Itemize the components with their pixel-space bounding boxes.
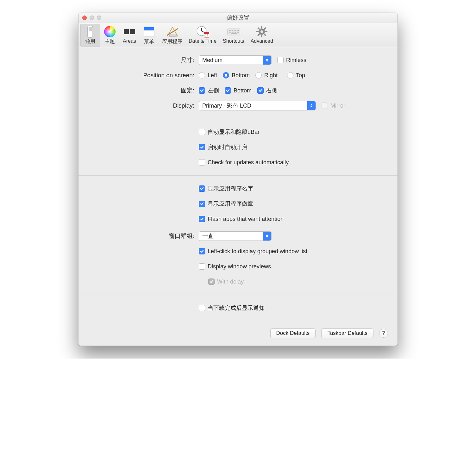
radio-icon xyxy=(255,72,262,78)
preferences-window: 偏好设置 通用 主题 Areas 菜单 xyxy=(78,13,398,346)
svg-rect-27 xyxy=(231,33,237,34)
content: 尺寸: Medium Rimless Position on screen: L… xyxy=(78,47,398,321)
svg-rect-14 xyxy=(230,30,231,31)
chevron-updown-icon xyxy=(307,101,316,110)
checkbox-icon xyxy=(199,87,205,94)
checkbox-icon xyxy=(225,87,231,94)
checkbox-icon xyxy=(322,103,328,109)
checkbox-icon xyxy=(199,129,205,135)
size-value: Medium xyxy=(202,57,222,64)
checkbox-icon xyxy=(199,185,205,192)
updates-checkbox[interactable]: Check for updates automatically xyxy=(199,159,289,166)
svg-rect-6 xyxy=(144,30,154,37)
pin-left-checkbox[interactable]: 左侧 xyxy=(199,87,219,94)
show-names-checkbox[interactable]: 显示应用程序名字 xyxy=(199,185,253,192)
help-button[interactable]: ? xyxy=(379,329,388,338)
toolbar-label: Shortcuts xyxy=(223,38,244,44)
svg-rect-1 xyxy=(89,27,92,31)
separator xyxy=(78,119,398,119)
window-groups-select[interactable]: 一直 xyxy=(199,231,272,241)
gear-icon xyxy=(255,25,268,38)
svg-text:18: 18 xyxy=(205,34,208,37)
toolbar-general[interactable]: 通用 xyxy=(80,24,100,47)
svg-rect-19 xyxy=(238,30,239,31)
launch-checkbox[interactable]: 启动时自动开启 xyxy=(199,143,247,151)
switch-icon xyxy=(84,25,97,38)
svg-rect-13 xyxy=(229,30,230,31)
svg-rect-32 xyxy=(265,31,267,32)
toolbar-advanced[interactable]: Advanced xyxy=(247,24,276,47)
svg-rect-3 xyxy=(124,29,129,34)
window-groups-value: 一直 xyxy=(202,232,214,240)
rimless-checkbox[interactable]: Rimless xyxy=(277,57,306,64)
toolbar: 通用 主题 Areas 菜单 应用程序 xyxy=(78,22,398,47)
checkbox-icon xyxy=(199,159,205,166)
position-right-radio[interactable]: Right xyxy=(255,72,278,79)
position-bottom-radio[interactable]: Bottom xyxy=(223,72,250,79)
checkbox-icon xyxy=(199,305,205,311)
toolbar-label: 通用 xyxy=(85,38,95,45)
svg-rect-5 xyxy=(144,27,154,30)
pin-right-checkbox[interactable]: 右侧 xyxy=(257,87,278,94)
toolbar-label: 主题 xyxy=(105,38,115,45)
svg-rect-29 xyxy=(261,26,262,28)
separator xyxy=(78,175,398,176)
previews-checkbox[interactable]: Display window previews xyxy=(199,263,271,270)
display-value: Primary - 彩色 LCD xyxy=(202,102,251,109)
pin-bottom-checkbox[interactable]: Bottom xyxy=(225,87,252,94)
toolbar-label: Date & Time xyxy=(189,38,216,44)
autohide-checkbox[interactable]: 自动显示和隐藏uBar xyxy=(199,128,260,136)
show-badges-checkbox[interactable]: 显示应用程序徽章 xyxy=(199,200,253,208)
areas-icon xyxy=(123,25,136,38)
flash-checkbox[interactable]: Flash apps that want attention xyxy=(199,216,284,222)
chevron-updown-icon xyxy=(263,232,271,241)
radio-icon xyxy=(223,72,229,78)
svg-rect-26 xyxy=(238,32,239,33)
svg-rect-17 xyxy=(235,30,236,31)
svg-rect-18 xyxy=(237,30,238,31)
checkbox-icon xyxy=(199,201,205,207)
svg-rect-22 xyxy=(232,32,233,33)
left-click-checkbox[interactable]: Left-click to display grouped window lis… xyxy=(199,248,307,255)
toolbar-label: Areas xyxy=(123,38,136,44)
apps-icon xyxy=(166,25,179,38)
svg-rect-31 xyxy=(256,31,259,32)
svg-rect-21 xyxy=(230,32,231,33)
checkbox-icon xyxy=(199,216,205,222)
chevron-updown-icon xyxy=(263,56,271,65)
svg-rect-24 xyxy=(235,32,236,33)
rimless-label: Rimless xyxy=(286,57,306,64)
mirror-checkbox: Mirror xyxy=(322,103,345,109)
toolbar-label: 菜单 xyxy=(144,38,154,45)
dock-defaults-button[interactable]: Dock Defaults xyxy=(270,328,316,338)
toolbar-datetime[interactable]: 18 Date & Time xyxy=(185,24,220,47)
toolbar-areas[interactable]: Areas xyxy=(120,24,139,47)
svg-rect-16 xyxy=(234,30,235,31)
svg-rect-30 xyxy=(261,35,262,37)
svg-rect-25 xyxy=(237,32,238,33)
taskbar-defaults-button[interactable]: Taskbar Defaults xyxy=(321,328,373,338)
toolbar-apps[interactable]: 应用程序 xyxy=(159,24,185,47)
toolbar-shortcuts[interactable]: Shortcuts xyxy=(220,24,247,47)
titlebar[interactable]: 偏好设置 xyxy=(78,13,398,22)
position-left-radio[interactable]: Left xyxy=(199,72,217,79)
position-top-radio[interactable]: Top xyxy=(287,72,305,79)
size-select[interactable]: Medium xyxy=(199,55,272,65)
svg-rect-23 xyxy=(234,32,235,33)
colorwheel-icon xyxy=(103,25,116,38)
toolbar-label: Advanced xyxy=(251,38,273,44)
mirror-label: Mirror xyxy=(330,103,345,109)
radio-icon xyxy=(287,72,293,78)
window-groups-label: 窗口群组: xyxy=(88,232,199,240)
svg-rect-4 xyxy=(130,29,135,34)
checkbox-icon xyxy=(199,144,205,150)
download-notify-checkbox[interactable]: 当下载完成后显示通知 xyxy=(199,304,265,312)
keyboard-icon xyxy=(227,25,240,38)
svg-point-37 xyxy=(260,30,263,33)
toolbar-theme[interactable]: 主题 xyxy=(100,24,120,47)
footer: Dock Defaults Taskbar Defaults ? xyxy=(78,321,398,346)
position-label: Position on screen: xyxy=(88,72,199,79)
toolbar-menu[interactable]: 菜单 xyxy=(139,24,159,47)
checkbox-icon xyxy=(277,57,284,63)
display-select[interactable]: Primary - 彩色 LCD xyxy=(199,101,316,110)
